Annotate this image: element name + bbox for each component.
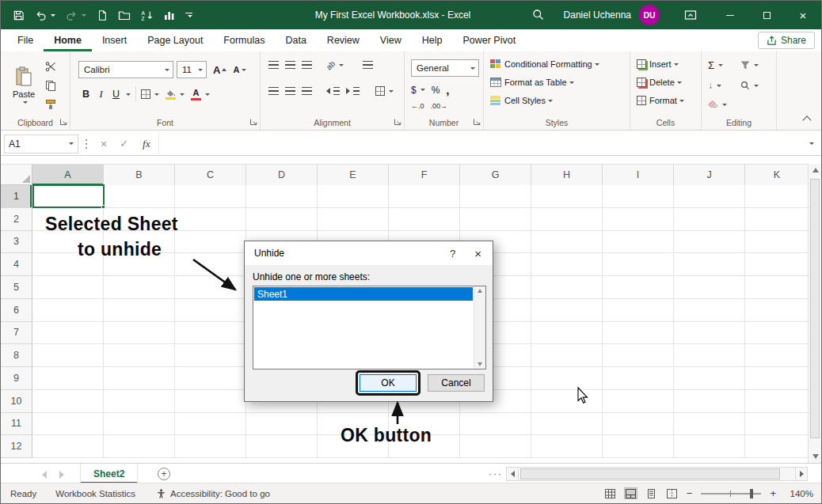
expand-formula-bar-icon[interactable] [809,142,814,145]
sheet-option-sheet1[interactable]: Sheet1 [254,287,473,301]
insert-function-button[interactable]: fx [143,138,150,150]
formula-cancel-button[interactable]: × [101,138,107,150]
sheet-grid-view-icon[interactable] [604,488,616,498]
close-button[interactable]: × [785,1,821,29]
number-format-combo[interactable]: General [411,59,479,77]
share-button[interactable]: Share [758,32,815,49]
menu-tab-review[interactable]: Review [317,29,370,51]
fill-handle[interactable] [101,205,105,209]
new-sheet-button[interactable]: + [158,468,170,480]
shrink-font-button[interactable]: A [233,65,246,74]
sheet-tab-sheet2[interactable]: Sheet2 [80,464,138,484]
hscroll-track[interactable] [519,467,795,481]
row-header-8[interactable]: 8 [1,344,32,367]
vscroll-up-icon[interactable] [812,168,819,172]
ribbon-display-options-button[interactable] [672,1,709,29]
font-color-button[interactable]: A [191,89,210,100]
collapse-ribbon-icon[interactable] [802,116,811,124]
wrap-text-button[interactable] [363,61,373,70]
top-align-button[interactable] [268,61,279,70]
column-header-i[interactable]: I [603,165,674,186]
menu-tab-formulas[interactable]: Formulas [213,29,275,51]
menu-tab-home[interactable]: Home [44,29,92,51]
page-break-view-button[interactable] [666,488,678,498]
font-dialog-launcher[interactable] [249,118,258,127]
minimize-button[interactable] [712,1,748,29]
merge-center-button[interactable] [375,86,394,96]
find-select-button[interactable] [740,81,759,90]
chart-shortcut-button[interactable] [164,9,175,21]
sort-ascending-button[interactable]: AZ [141,9,154,21]
zoom-slider-thumb[interactable] [750,489,753,498]
dialog-close-button[interactable]: × [463,247,483,260]
vertical-scrollbar[interactable] [808,164,821,463]
autosum-button[interactable]: Σ [708,59,723,71]
dialog-title-bar[interactable]: Unhide ? × [245,241,493,265]
cell-styles-button[interactable]: Cell Styles [490,96,553,105]
open-file-button[interactable] [118,9,131,21]
row-header-5[interactable]: 5 [1,276,32,299]
sort-filter-button[interactable] [740,61,759,70]
menu-tab-file[interactable]: File [7,29,44,51]
hscroll-thumb[interactable] [520,468,780,479]
search-button[interactable] [523,9,554,21]
sheet-nav-right-icon[interactable] [59,471,64,479]
percent-style-button[interactable]: % [432,85,440,96]
delete-cells-button[interactable]: Delete [637,78,682,87]
row-header-3[interactable]: 3 [1,231,32,254]
bottom-align-button[interactable] [302,61,312,70]
font-name-combo[interactable]: Calibri [78,61,173,78]
middle-align-button[interactable] [285,61,295,70]
formula-bar-grip[interactable] [86,139,87,149]
menu-tab-insert[interactable]: Insert [92,29,137,51]
hscroll-left-button[interactable] [506,467,519,481]
increase-indent-button[interactable] [346,87,360,96]
new-file-button[interactable] [97,9,108,21]
row-header-4[interactable]: 4 [1,253,32,276]
menu-tab-help[interactable]: Help [412,29,453,51]
name-box[interactable]: A1 [4,135,78,153]
column-header-e[interactable]: E [318,165,389,186]
underline-button[interactable]: U [108,86,124,102]
row-header-9[interactable]: 9 [1,367,32,390]
comma-style-button[interactable]: , [446,83,449,97]
conditional-formatting-button[interactable]: Conditional Formatting [490,59,599,69]
sheet-listbox[interactable]: Sheet1 [253,286,486,369]
fill-button[interactable]: ↓ [708,80,721,91]
paste-button[interactable]: Paste [6,58,41,112]
alignment-dialog-launcher[interactable] [394,118,402,127]
column-header-d[interactable]: D [246,165,318,186]
format-as-table-button[interactable]: Format as Table [490,78,574,87]
accounting-format-button[interactable]: $ [411,85,425,96]
column-header-a[interactable]: A [32,165,104,186]
zoom-out-button[interactable]: − [687,488,693,498]
menu-tab-view[interactable]: View [370,29,412,51]
selected-cell-a1[interactable] [32,184,105,208]
column-header-f[interactable]: F [389,165,460,186]
cancel-button[interactable]: Cancel [428,374,485,392]
decrease-decimal-button[interactable]: .00→ [431,102,448,110]
sheet-nav-left-icon[interactable] [42,471,47,479]
column-header-k[interactable]: K [745,165,809,186]
undo-button[interactable] [35,9,55,21]
save-button[interactable] [13,9,25,21]
align-right-button[interactable] [302,87,312,96]
vscroll-down-icon[interactable] [812,454,819,459]
bold-button[interactable]: B [78,86,93,102]
column-header-c[interactable]: C [175,165,246,186]
row-header-10[interactable]: 10 [1,390,32,413]
orientation-button[interactable]: ab [326,61,344,70]
vscroll-thumb[interactable] [810,179,820,438]
menu-tab-page-layout[interactable]: Page Layout [137,29,213,51]
redo-button[interactable] [66,9,86,21]
user-name[interactable]: Daniel Uchenna [564,9,631,21]
customize-quick-access-button[interactable] [185,13,192,18]
align-center-button[interactable] [285,87,295,96]
borders-button[interactable] [141,89,159,99]
avatar[interactable]: DU [639,5,660,25]
zoom-level[interactable]: 140% [785,489,813,498]
clear-button[interactable] [708,100,727,108]
maximize-button[interactable] [748,1,785,29]
insert-cells-button[interactable]: Insert [637,59,679,69]
formula-enter-button[interactable]: ✓ [120,138,128,150]
